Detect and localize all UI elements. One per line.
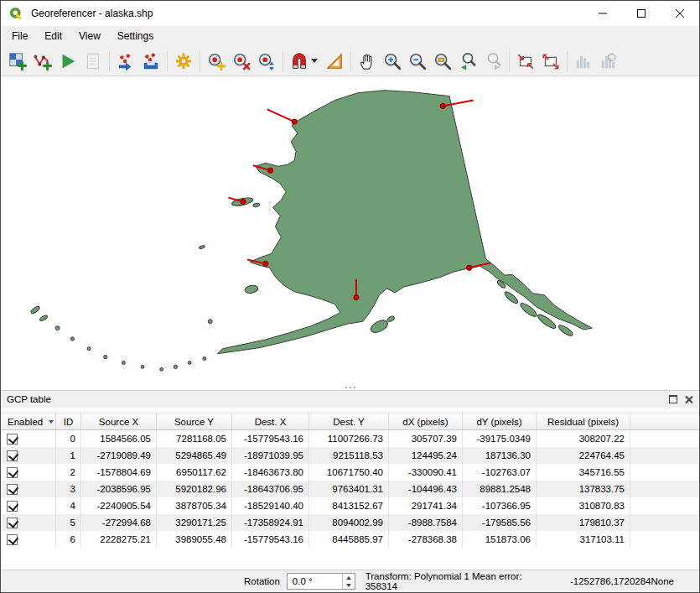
cell-dx-pixels[interactable]: 291741.34 (389, 497, 463, 514)
minimize-button[interactable] (583, 1, 622, 26)
column-header-residual-pixels[interactable]: Residual (pixels) (537, 414, 630, 429)
gcp-enabled-checkbox[interactable] (7, 450, 18, 461)
pan-icon[interactable] (355, 49, 380, 74)
maximize-button[interactable] (622, 1, 661, 26)
menu-edit[interactable]: Edit (36, 26, 70, 46)
cell-dest-y[interactable]: 8445885.97 (309, 531, 389, 548)
cell-residual-pixels[interactable]: 137833.75 (537, 481, 630, 497)
gcp-enabled-checkbox[interactable] (7, 534, 18, 545)
open-raster-icon[interactable] (5, 49, 30, 74)
snapping-icon[interactable] (287, 49, 312, 74)
cell-dy-pixels[interactable]: 151873.06 (463, 531, 537, 548)
cell-dy-pixels[interactable]: -179585.56 (463, 514, 537, 531)
gcp-table-row[interactable]: 5-272994.683290171.25-17358924.918094002… (1, 514, 699, 531)
close-panel-icon[interactable] (684, 395, 693, 404)
cell-residual-pixels[interactable]: 317103.11 (537, 531, 630, 548)
cell-source-x[interactable]: -2240905.54 (81, 497, 157, 514)
column-header-id[interactable]: ID (56, 414, 81, 429)
cell-source-y[interactable]: 3290171.25 (157, 514, 232, 531)
cell-dest-x[interactable]: -18643706.95 (232, 481, 309, 497)
cell-residual-pixels[interactable]: 224764.45 (537, 447, 630, 464)
set-square-icon[interactable] (322, 49, 347, 74)
cell-residual-pixels[interactable]: 308207.22 (537, 430, 630, 447)
column-header-dy-pixels[interactable]: dY (pixels) (463, 414, 537, 429)
move-point-icon[interactable] (254, 49, 279, 74)
cell-source-y[interactable]: 3878705.34 (157, 497, 232, 514)
cell-id[interactable]: 3 (56, 481, 81, 497)
cell-dest-x[interactable]: -15779543.16 (232, 430, 309, 447)
gcp-enabled-checkbox[interactable] (7, 501, 18, 512)
cell-dy-pixels[interactable]: -102763.07 (463, 464, 537, 481)
gcp-enabled-checkbox[interactable] (7, 518, 18, 528)
cell-residual-pixels[interactable]: 179810.37 (537, 514, 630, 531)
gcp-table-row[interactable]: 3-2038596.955920182.96-18643706.95976340… (1, 481, 699, 497)
cell-source-y[interactable]: 6950117.62 (157, 464, 232, 481)
zoom-to-layer-icon[interactable] (430, 49, 455, 74)
cell-dest-x[interactable]: -18529140.40 (232, 497, 309, 514)
snapping-dropdown-icon[interactable] (311, 59, 318, 63)
cell-dy-pixels[interactable]: -39175.0349 (463, 430, 537, 447)
cell-id[interactable]: 1 (56, 447, 81, 464)
open-vector-icon[interactable] (30, 49, 55, 74)
cell-residual-pixels[interactable]: 345716.55 (537, 464, 630, 481)
gcp-table-row[interactable]: 2-1578804.696950117.62-18463673.80106717… (1, 464, 699, 481)
cell-source-y[interactable]: 5920182.96 (157, 481, 232, 497)
gcp-enabled-checkbox[interactable] (7, 434, 18, 445)
cell-source-y[interactable]: 5294865.49 (157, 447, 232, 464)
cell-dx-pixels[interactable]: 305707.39 (389, 430, 463, 447)
cell-dx-pixels[interactable]: 124495.24 (389, 447, 463, 464)
column-header-enabled[interactable]: Enabled (1, 414, 56, 429)
gcp-enabled-checkbox[interactable] (7, 484, 18, 495)
link-qgis-to-georeferencer-icon[interactable] (538, 49, 563, 74)
start-georeferencing-icon[interactable] (55, 49, 80, 74)
map-canvas[interactable] (1, 76, 699, 385)
close-button[interactable] (661, 1, 699, 26)
gcp-table-row[interactable]: 4-2240905.543878705.34-18529140.40841315… (1, 497, 699, 514)
zoom-last-icon[interactable] (455, 49, 480, 74)
cell-dy-pixels[interactable]: -107366.95 (463, 497, 537, 514)
cell-dest-y[interactable]: 11007266.73 (309, 430, 389, 447)
cell-dx-pixels[interactable]: -8988.7584 (389, 514, 463, 531)
column-header-dest-y[interactable]: Dest. Y (309, 414, 389, 429)
menu-settings[interactable]: Settings (109, 26, 162, 46)
cell-dest-x[interactable]: -18463673.80 (232, 464, 309, 481)
spin-down-icon[interactable] (343, 581, 355, 589)
zoom-in-icon[interactable] (380, 49, 405, 74)
cell-residual-pixels[interactable]: 310870.83 (537, 497, 630, 514)
column-header-dx-pixels[interactable]: dX (pixels) (389, 414, 463, 429)
title-bar[interactable]: Georeferencer - alaska.shp (1, 1, 699, 26)
link-georeferencer-to-qgis-icon[interactable] (513, 49, 538, 74)
cell-id[interactable]: 4 (56, 497, 81, 514)
cell-source-y[interactable]: 7281168.05 (157, 430, 232, 447)
cell-dest-y[interactable]: 9763401.31 (309, 481, 389, 497)
cell-id[interactable]: 6 (56, 531, 81, 548)
cell-dest-y[interactable]: 8094002.99 (309, 514, 389, 531)
transformation-settings-icon[interactable] (171, 49, 196, 74)
load-gcp-points-icon[interactable] (113, 49, 138, 74)
cell-dest-y[interactable]: 8413152.67 (309, 497, 389, 514)
menu-file[interactable]: File (3, 26, 36, 46)
cell-dx-pixels[interactable]: -104496.43 (389, 481, 463, 497)
zoom-out-icon[interactable] (405, 49, 430, 74)
float-panel-icon[interactable] (669, 395, 677, 403)
cell-dest-y[interactable]: 10671750.40 (309, 464, 389, 481)
cell-dx-pixels[interactable]: -278368.38 (389, 531, 463, 548)
cell-dest-x[interactable]: -17358924.91 (232, 514, 309, 531)
cell-dest-x[interactable]: -15779543.16 (232, 531, 309, 548)
gcp-marker[interactable] (267, 109, 298, 124)
gcp-table-row[interactable]: 62228275.213989055.48-15779543.168445885… (1, 531, 699, 548)
menu-view[interactable]: View (70, 26, 109, 46)
spin-up-icon[interactable] (343, 574, 355, 581)
gcp-enabled-checkbox[interactable] (7, 467, 18, 478)
column-header-source-y[interactable]: Source Y (157, 414, 232, 429)
gcp-table-row[interactable]: 01584566.057281168.05-15779543.161100726… (1, 430, 699, 447)
cell-source-x[interactable]: -2719089.49 (81, 447, 157, 464)
cell-source-x[interactable]: 1584566.05 (81, 430, 157, 447)
add-point-icon[interactable] (204, 49, 229, 74)
save-gcp-points-icon[interactable] (138, 49, 163, 74)
cell-dx-pixels[interactable]: -330090.41 (389, 464, 463, 481)
gcp-table-row[interactable]: 1-2719089.495294865.49-18971039.95921511… (1, 447, 699, 464)
cell-source-x[interactable]: -272994.68 (81, 514, 157, 531)
cell-dy-pixels[interactable]: 187136.30 (463, 447, 537, 464)
cell-source-x[interactable]: 2228275.21 (81, 531, 157, 548)
